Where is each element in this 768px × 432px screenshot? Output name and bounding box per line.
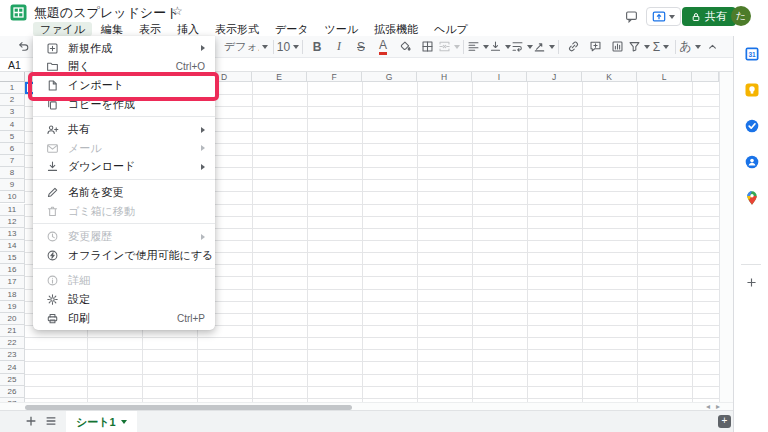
column-header-K[interactable]: K <box>582 72 637 82</box>
row-header-14[interactable]: 14 <box>0 240 25 252</box>
file-menu-item-download[interactable]: ダウンロード <box>33 158 215 177</box>
menubar-item-2[interactable]: 編集 <box>94 22 130 36</box>
add-badge-icon[interactable]: + <box>718 415 731 428</box>
row-header-16[interactable]: 16 <box>0 264 25 276</box>
row-header-5[interactable]: 5 <box>0 131 25 143</box>
row-header-8[interactable]: 8 <box>0 167 25 179</box>
toolbar-font-size-select[interactable]: 10 <box>277 37 299 57</box>
file-menu-item-clock[interactable]: 変更履歴 <box>33 227 215 246</box>
menubar-item-9[interactable]: ヘルプ <box>427 22 475 36</box>
row-header-9[interactable]: 9 <box>0 179 25 191</box>
comment-history-icon[interactable] <box>625 10 638 23</box>
all-sheets-icon[interactable] <box>44 414 58 428</box>
toolbar-insert-link[interactable] <box>562 37 584 57</box>
toolbar-insert-comment[interactable] <box>584 37 606 57</box>
row-header-22[interactable]: 22 <box>0 337 25 349</box>
row-header-3[interactable]: 3 <box>0 106 25 118</box>
toolbar-vertical-align[interactable] <box>489 37 511 57</box>
row-header-20[interactable]: 20 <box>0 313 25 325</box>
toolbar-filter[interactable] <box>628 37 650 57</box>
column-header-L[interactable]: L <box>637 72 692 82</box>
toolbar-text-rotation[interactable] <box>533 37 555 57</box>
row-header-24[interactable]: 24 <box>0 361 25 373</box>
calendar-icon[interactable]: 31 <box>744 46 760 62</box>
toolbar-functions-label: Σ <box>653 40 660 54</box>
horizontal-scrollbar-thumb[interactable] <box>25 405 352 410</box>
get-addons-icon[interactable] <box>745 276 758 289</box>
menubar-item-4[interactable]: 挿入 <box>170 22 206 36</box>
file-menu-item-info[interactable]: 詳細 <box>33 272 215 291</box>
row-header-6[interactable]: 6 <box>0 143 25 155</box>
toolbar-input-tools[interactable]: あ <box>679 37 701 57</box>
column-header[interactable] <box>692 72 719 82</box>
column-header-J[interactable]: J <box>527 72 582 82</box>
star-icon[interactable]: ☆ <box>172 4 183 18</box>
toolbar-functions[interactable]: Σ <box>650 37 672 57</box>
add-sheet-icon[interactable] <box>24 414 38 428</box>
file-menu-item-trash[interactable]: ゴミ箱に移動 <box>33 202 215 221</box>
file-menu-item-new-file[interactable]: 新規作成 <box>33 39 215 58</box>
toolbar-borders[interactable] <box>416 37 438 57</box>
select-all-corner[interactable] <box>0 72 25 82</box>
row-header-25[interactable]: 25 <box>0 374 25 386</box>
tasks-icon[interactable] <box>744 118 760 134</box>
menubar-item-7[interactable]: ツール <box>318 22 366 36</box>
file-menu-item-pencil[interactable]: 名前を変更 <box>33 183 215 202</box>
grid-hline <box>25 374 719 375</box>
row-header-21[interactable]: 21 <box>0 325 25 337</box>
row-header-10[interactable]: 10 <box>0 191 25 203</box>
row-header-19[interactable]: 19 <box>0 301 25 313</box>
file-menu-item-printer[interactable]: 印刷Ctrl+P <box>33 309 215 328</box>
row-header-1[interactable]: 1 <box>0 82 25 94</box>
file-menu-item-person-add[interactable]: 共有 <box>33 120 215 139</box>
toolbar-bold[interactable]: B <box>306 37 328 57</box>
toolbar-fill-color[interactable] <box>394 37 416 57</box>
row-header-18[interactable]: 18 <box>0 289 25 301</box>
toolbar-text-wrap[interactable] <box>511 37 533 57</box>
column-header-G[interactable]: G <box>362 72 417 82</box>
sheets-logo-icon[interactable] <box>10 4 27 21</box>
row-header-26[interactable]: 26 <box>0 386 25 398</box>
row-header-4[interactable]: 4 <box>0 118 25 130</box>
menubar-item-6[interactable]: データ <box>268 22 316 36</box>
toolbar-font-family-select[interactable]: デフォルト... <box>222 37 270 57</box>
menubar-item-1[interactable]: ファイル <box>33 22 92 36</box>
avatar[interactable]: た <box>731 6 751 26</box>
column-header-H[interactable]: H <box>417 72 472 82</box>
row-header-12[interactable]: 12 <box>0 216 25 228</box>
document-title[interactable]: 無題のスプレッドシート <box>34 4 179 22</box>
file-menu-item-gear[interactable]: 設定 <box>33 290 215 309</box>
menubar-item-3[interactable]: 表示 <box>132 22 168 36</box>
horizontal-scrollbar[interactable]: ◂ ▸ <box>0 402 733 410</box>
row-header-15[interactable]: 15 <box>0 252 25 264</box>
menubar-item-5[interactable]: 表示形式 <box>208 22 266 36</box>
sheet-tab-active[interactable]: シート1 <box>66 411 137 432</box>
row-header-11[interactable]: 11 <box>0 204 25 216</box>
row-header-23[interactable]: 23 <box>0 349 25 361</box>
file-menu-item-envelope[interactable]: メール <box>33 139 215 158</box>
keep-icon[interactable] <box>744 82 760 98</box>
toolbar-undo[interactable] <box>12 37 34 57</box>
toolbar-collapse-toolbar[interactable] <box>701 37 723 57</box>
toolbar-horizontal-align[interactable] <box>467 37 489 57</box>
toolbar-italic[interactable]: I <box>328 37 350 57</box>
toolbar-text-color[interactable]: A <box>372 37 394 57</box>
row-header-7[interactable]: 7 <box>0 155 25 167</box>
toolbar-insert-chart[interactable] <box>606 37 628 57</box>
column-header-E[interactable]: E <box>252 72 307 82</box>
maps-icon[interactable] <box>744 190 760 206</box>
column-header-F[interactable]: F <box>307 72 362 82</box>
share-button[interactable]: 共有 <box>682 7 736 26</box>
column-header-I[interactable]: I <box>472 72 527 82</box>
file-menu-item-offline[interactable]: オフラインで使用可能にする <box>33 246 215 265</box>
toolbar-merge-cells[interactable] <box>438 37 460 57</box>
vertical-scrollbar[interactable] <box>719 72 733 410</box>
row-header-17[interactable]: 17 <box>0 276 25 288</box>
row-header-2[interactable]: 2 <box>0 94 25 106</box>
menubar-item-8[interactable]: 拡張機能 <box>367 22 425 36</box>
name-box[interactable]: A1 <box>8 59 21 71</box>
row-header-13[interactable]: 13 <box>0 228 25 240</box>
toolbar-strikethrough[interactable]: S <box>350 37 372 57</box>
present-button[interactable] <box>646 7 681 26</box>
contacts-icon[interactable] <box>744 154 760 170</box>
